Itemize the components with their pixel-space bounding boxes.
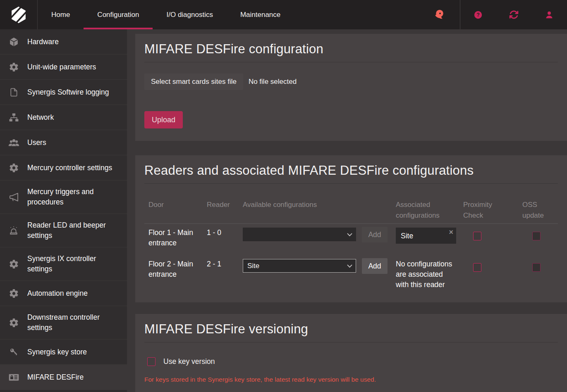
siren-icon xyxy=(0,225,27,236)
reader-cell: 2 - 1 xyxy=(203,259,239,269)
readers-section: Readers and associated MIFARE DESFire co… xyxy=(135,155,567,302)
main-nav: HomeConfigurationI/O diagnosticsMaintena… xyxy=(38,0,294,29)
oss-cell xyxy=(518,259,558,273)
key-icon xyxy=(0,347,27,357)
sidebar-item-mercury-controller-settings[interactable]: Mercury controller settings xyxy=(0,155,127,181)
gear-icon xyxy=(0,288,27,299)
network-icon xyxy=(0,112,27,123)
alarm-button[interactable] xyxy=(419,0,460,29)
nav-tab-i-o-diagnostics[interactable]: I/O diagnostics xyxy=(153,0,226,29)
column-header: Door xyxy=(144,200,203,210)
sidebar-item-users[interactable]: Users xyxy=(0,130,127,155)
key-version-note: For keys stored in the Synergis key stor… xyxy=(144,376,558,383)
proximity-checkbox[interactable] xyxy=(473,263,481,272)
table-body: Floor 1 - Main entrance1 - 0AddSite×Floo… xyxy=(144,224,558,297)
select-file-button[interactable]: Select smart cards sites file xyxy=(144,74,243,90)
sidebar-item-mifare-desfire[interactable]: MIFARE DESFire xyxy=(0,365,127,390)
column-header: Available configurations xyxy=(239,200,392,210)
sidebar-nav: HardwareUnit-wide parametersSynergis Sof… xyxy=(0,29,127,392)
available-config-select[interactable]: Site xyxy=(243,259,356,273)
use-key-version-label: Use key version xyxy=(163,357,215,366)
sidebar-item-synergis-key-store[interactable]: Synergis key store xyxy=(0,340,127,365)
column-header: Proximity Check xyxy=(459,200,518,221)
nav-tab-configuration[interactable]: Configuration xyxy=(84,0,153,29)
megaphone-icon xyxy=(0,192,27,203)
help-icon: ? xyxy=(474,10,483,19)
sidebar-item-synergis-softwire-logging[interactable]: Synergis Softwire logging xyxy=(0,80,127,105)
config-section-title: MIFARE DESFire configuration xyxy=(144,34,558,62)
users-icon xyxy=(0,137,27,149)
proximity-cell xyxy=(459,259,518,273)
top-bar: HomeConfigurationI/O diagnosticsMaintena… xyxy=(0,0,567,29)
refresh-icon xyxy=(509,10,519,19)
no-config-text: No configurations are associated with th… xyxy=(396,259,455,290)
document-icon xyxy=(0,88,27,97)
sidebar-item-network[interactable]: Network xyxy=(0,105,127,130)
gear-icon xyxy=(0,318,27,328)
sidebar-item-unit-wide-parameters[interactable]: Unit-wide parameters xyxy=(0,55,127,80)
nav-tab-maintenance[interactable]: Maintenance xyxy=(227,0,294,29)
door-cell: Floor 1 - Main entrance xyxy=(144,228,203,248)
versioning-section: MIFARE DESFire versioning Use key versio… xyxy=(135,314,567,392)
gear-icon xyxy=(0,259,27,269)
add-config-button[interactable]: Add xyxy=(362,258,388,274)
oss-update-checkbox[interactable] xyxy=(532,232,541,240)
associated-cell: Site× xyxy=(392,228,459,244)
reader-cell: 1 - 0 xyxy=(203,228,239,238)
upload-button[interactable]: Upload xyxy=(144,111,183,128)
desfire-config-section: MIFARE DESFire configuration Select smar… xyxy=(135,34,567,141)
associated-cell: No configurations are associated with th… xyxy=(392,259,459,290)
versioning-section-title: MIFARE DESFire versioning xyxy=(144,314,558,342)
readers-section-title: Readers and associated MIFARE DESFire co… xyxy=(144,155,558,184)
available-config-select[interactable] xyxy=(243,228,356,241)
gear-icon xyxy=(0,62,27,72)
remove-config-icon[interactable]: × xyxy=(449,228,453,236)
gear-icon xyxy=(0,163,27,173)
sidebar-item-mercury-triggers-and-procedures[interactable]: Mercury triggers and procedures xyxy=(0,181,127,214)
sidebar-item-hardware[interactable]: Hardware xyxy=(0,29,127,55)
logo-icon xyxy=(9,5,28,24)
card-icon xyxy=(0,372,27,383)
reader-row: Floor 2 - Main entrance2 - 1SiteAddNo co… xyxy=(144,255,558,297)
cube-icon xyxy=(0,37,27,47)
no-file-text: No file selected xyxy=(249,78,297,86)
sidebar-item-automation-engine[interactable]: Automation engine xyxy=(0,281,127,306)
main-content: MIFARE DESFire configuration Select smar… xyxy=(135,29,567,392)
sidebar-item-reader-led-and-beeper-settings[interactable]: Reader LED and beeper settings xyxy=(0,214,127,247)
header-icons: ? xyxy=(419,0,567,29)
reader-row: Floor 1 - Main entrance1 - 0AddSite× xyxy=(144,224,558,255)
proximity-cell xyxy=(459,228,518,242)
door-cell: Floor 2 - Main entrance xyxy=(144,259,203,280)
oss-cell xyxy=(518,228,558,242)
svg-text:?: ? xyxy=(476,12,480,18)
column-header: Reader xyxy=(203,200,239,210)
sidebar-item-synergis-ix-controller-settings[interactable]: Synergis IX controller settings xyxy=(0,247,127,281)
column-header: OSS update xyxy=(518,200,558,221)
user-icon xyxy=(545,10,554,19)
oss-update-checkbox[interactable] xyxy=(532,263,541,272)
refresh-button[interactable] xyxy=(496,0,531,29)
user-button[interactable] xyxy=(531,0,567,29)
column-header: Associated configurations xyxy=(392,200,459,221)
use-key-version-checkbox[interactable] xyxy=(147,357,156,366)
associated-config-tag: Site× xyxy=(396,228,456,244)
table-header-row: DoorReaderAvailable configurationsAssoci… xyxy=(144,184,558,224)
app-logo[interactable] xyxy=(0,0,38,29)
alarm-icon xyxy=(433,9,445,21)
help-button[interactable]: ? xyxy=(460,0,496,29)
proximity-checkbox[interactable] xyxy=(473,232,481,240)
sidebar-item-downstream-controller-settings[interactable]: Downstream controller settings xyxy=(0,306,127,340)
nav-tab-home[interactable]: Home xyxy=(38,0,84,29)
add-config-button[interactable]: Add xyxy=(362,227,388,242)
